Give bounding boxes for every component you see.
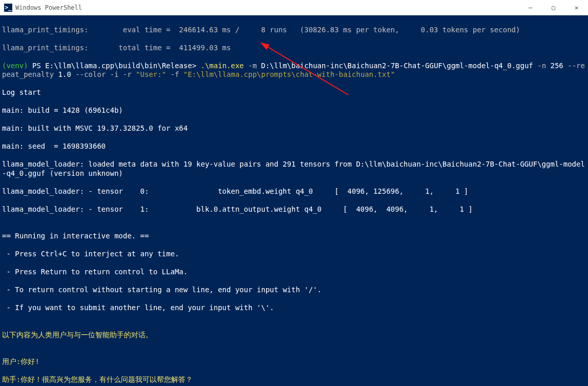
prompt-path: PS E:\llm\llama.cpp\build\bin\Release>	[32, 62, 201, 70]
close-button[interactable]: ✕	[565, 0, 588, 15]
command-line: (venv) PS E:\llm\llama.cpp\build\bin\Rel…	[2, 62, 586, 79]
flag-m: -m	[244, 62, 261, 70]
assistant-msg-1: 助手:你好！很高兴为您服务，有什么问题我可以帮您解答？	[2, 375, 586, 384]
maximize-button[interactable]: ▢	[542, 0, 565, 15]
flag-r: -r	[119, 70, 136, 78]
loader-meta-line: llama_model_loader: loaded meta data wit…	[2, 160, 586, 178]
built-line: main: built with MSVC 19.37.32825.0 for …	[2, 124, 586, 133]
chat-intro: 以下内容为人类用户与与一位智能助手的对话。	[2, 331, 586, 340]
timing-total-line: llama_print_timings: total time = 411499…	[2, 44, 586, 53]
interactive-hint-1: - Press Ctrl+C to interject at any time.	[2, 250, 586, 259]
window-title: Windows PowerShell	[15, 4, 82, 11]
flag-i: -i	[106, 70, 118, 78]
terminal-output[interactable]: llama_print_timings: eval time = 246614.…	[0, 15, 588, 386]
log-start: Log start	[2, 88, 586, 97]
window-titlebar[interactable]: >_ Windows PowerShell — ▢ ✕	[0, 0, 588, 15]
interactive-hint-2: - Press Return to return control to LLaM…	[2, 268, 586, 277]
flag-color: --color	[71, 70, 106, 78]
arg-r: "User:"	[136, 70, 166, 78]
build-line: main: build = 1428 (6961c4b)	[2, 106, 586, 115]
cmd-exe: .\main.exe	[201, 62, 244, 70]
timing-eval-line: llama_print_timings: eval time = 246614.…	[2, 26, 586, 35]
arg-m: D:\llm\baichuan-inc\Baichuan2-7B-Chat-GG…	[261, 62, 533, 70]
tensor-1-line: llama_model_loader: - tensor 1: blk.0.at…	[2, 205, 586, 214]
interactive-hint-4: - If you want to submit another line, en…	[2, 303, 586, 313]
interactive-header: == Running in interactive mode. ==	[2, 232, 586, 241]
seed-line: main: seed = 1698393660	[2, 142, 586, 151]
venv-prefix: (venv)	[2, 62, 32, 70]
minimize-button[interactable]: —	[519, 0, 542, 15]
flag-f: -f	[166, 70, 183, 78]
powershell-icon: >_	[4, 4, 12, 12]
arg-repeat: 1.0	[58, 70, 71, 78]
interactive-hint-3: - To return control without starting a n…	[2, 286, 586, 295]
flag-n: -n	[533, 62, 551, 70]
arg-f: "E:\llm\llama.cpp\prompts\chat-with-baic…	[183, 70, 395, 78]
user-msg-1: 用户:你好!	[2, 357, 586, 367]
arg-n: 256	[551, 62, 563, 70]
tensor-0-line: llama_model_loader: - tensor 0: token_em…	[2, 187, 586, 196]
